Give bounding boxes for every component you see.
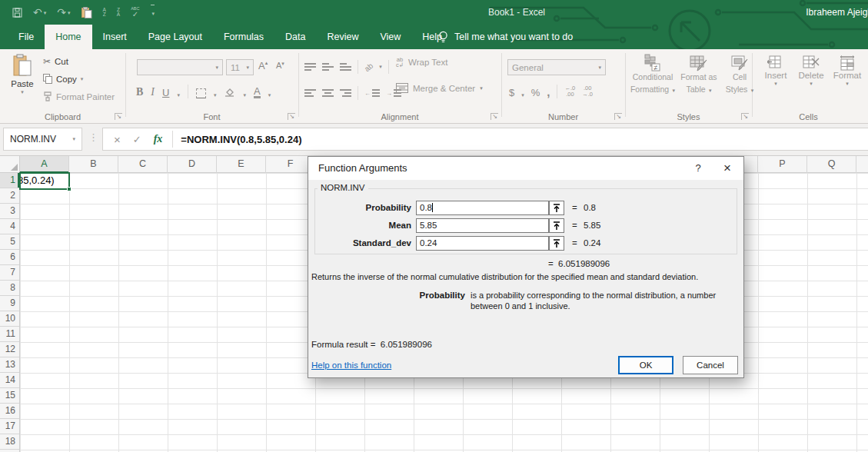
row-header-12[interactable]: 12 — [0, 342, 19, 357]
probability-collapse-button[interactable] — [549, 201, 564, 215]
accounting-chevron-icon[interactable]: ▾ — [521, 92, 524, 98]
align-right-button[interactable] — [340, 89, 351, 97]
save-icon[interactable] — [12, 8, 22, 18]
sort-za-button[interactable]: ZA — [117, 8, 120, 17]
formula-bar-splitter[interactable]: ⋮ — [88, 131, 98, 143]
row-header-6[interactable]: 6 — [0, 250, 19, 265]
row-header-8[interactable]: 8 — [0, 281, 19, 296]
column-header-Q[interactable]: Q — [807, 156, 856, 173]
font-color-chevron-icon[interactable]: ▾ — [268, 92, 271, 98]
comma-style-button[interactable]: , — [547, 85, 550, 98]
format-as-table-button[interactable]: Format as Table ▾ — [679, 54, 719, 95]
cell-a1[interactable]: 85,0.24) — [21, 174, 68, 188]
font-dialog-launcher[interactable]: ↘ — [288, 113, 295, 120]
formula-input-area[interactable]: × ✓ fx =NORM.INV(0.8,5.85,0.24) — [102, 128, 868, 151]
mean-input[interactable]: 5.85 — [416, 218, 549, 233]
probability-input[interactable]: 0.8 — [416, 201, 549, 215]
font-color-button[interactable]: A — [254, 86, 261, 98]
tab-review[interactable]: Review — [316, 25, 369, 49]
copy-button[interactable]: Copy ▾ — [43, 74, 83, 84]
format-cells-button[interactable]: Format ▾ — [832, 55, 863, 87]
row-header-1[interactable]: 1 — [0, 173, 19, 188]
help-on-function-link[interactable]: Help on this function — [311, 361, 391, 370]
decrease-decimal-button[interactable]: .00→.0 — [582, 85, 593, 98]
enter-entry-icon[interactable]: ✓ — [133, 134, 141, 145]
row-header-2[interactable]: 2 — [0, 188, 19, 204]
column-header-C[interactable]: C — [118, 156, 168, 173]
tab-insert[interactable]: Insert — [92, 25, 138, 49]
orientation-button[interactable]: ab — [363, 61, 375, 73]
column-header-B[interactable]: B — [69, 156, 118, 173]
customize-qat-button[interactable]: ▾ — [151, 5, 155, 20]
mean-collapse-button[interactable] — [549, 218, 564, 233]
shrink-font-button[interactable]: A▾ — [276, 61, 284, 70]
tab-page-layout[interactable]: Page Layout — [138, 25, 213, 49]
merge-center-button[interactable]: Merge & Center ▾ — [396, 83, 483, 93]
formula-text[interactable]: =NORM.INV(0.8,5.85,0.24) — [181, 134, 301, 145]
ok-button[interactable]: OK — [618, 356, 673, 374]
row-header-3[interactable]: 3 — [0, 204, 19, 219]
tab-data[interactable]: Data — [274, 25, 316, 49]
top-align-button[interactable] — [304, 63, 316, 71]
percent-style-button[interactable]: % — [531, 87, 540, 98]
fill-color-icon[interactable] — [224, 87, 235, 98]
cancel-button[interactable]: Cancel — [683, 356, 738, 374]
number-dialog-launcher[interactable]: ↘ — [614, 113, 622, 120]
styles-dialog-launcher[interactable]: ↘ — [741, 113, 749, 120]
insert-function-icon[interactable]: fx — [154, 133, 163, 145]
increase-decimal-button[interactable]: ←.0.00 — [564, 85, 575, 98]
row-header-13[interactable]: 13 — [0, 357, 19, 373]
standard-dev-input[interactable]: 0.24 — [416, 236, 549, 251]
borders-chevron-icon[interactable]: ▾ — [214, 92, 217, 98]
row-header-7[interactable]: 7 — [0, 265, 19, 281]
row-header-17[interactable]: 17 — [0, 419, 19, 434]
name-box[interactable]: NORM.INV ▾ — [3, 128, 82, 151]
number-format-combobox[interactable]: General▾ — [507, 59, 606, 75]
tab-home[interactable]: Home — [45, 25, 91, 49]
underline-chevron-icon[interactable]: ▾ — [177, 92, 180, 98]
spelling-button[interactable]: ABC✓ — [131, 7, 139, 18]
conditional-formatting-button[interactable]: ≠ Conditional Formatting ▾ — [631, 54, 674, 95]
row-header-16[interactable]: 16 — [0, 404, 19, 419]
column-header-A[interactable]: A — [20, 156, 69, 173]
column-header-P[interactable]: P — [758, 156, 807, 173]
tab-formulas[interactable]: Formulas — [213, 25, 274, 49]
alignment-dialog-launcher[interactable]: ↘ — [491, 113, 498, 120]
row-header-10[interactable]: 10 — [0, 311, 19, 327]
accounting-format-button[interactable]: $ — [509, 87, 514, 98]
borders-button[interactable] — [196, 88, 206, 98]
insert-cells-button[interactable]: Insert ▾ — [761, 55, 790, 87]
align-left-button[interactable] — [304, 89, 316, 97]
row-header-14[interactable]: 14 — [0, 373, 19, 388]
select-all-corner[interactable] — [0, 156, 20, 173]
row-header-9[interactable]: 9 — [0, 296, 19, 311]
cut-button[interactable]: ✂ Cut — [43, 56, 68, 67]
row-header-4[interactable]: 4 — [0, 219, 19, 234]
column-header-E[interactable]: E — [217, 156, 266, 173]
sort-az-button[interactable]: AZ — [103, 8, 106, 17]
row-header-18[interactable]: 18 — [0, 434, 19, 450]
italic-button[interactable]: I — [151, 86, 155, 98]
paste-button[interactable]: Paste ▾ — [6, 54, 38, 95]
decrease-indent-button[interactable]: ← — [364, 89, 380, 97]
undo-button[interactable]: ↶▾ — [33, 5, 46, 19]
dialog-help-button[interactable]: ? — [685, 157, 711, 180]
tab-view[interactable]: View — [369, 25, 411, 49]
tell-me-search[interactable]: Tell me what you want to do — [438, 25, 573, 49]
standard-dev-collapse-button[interactable] — [549, 236, 564, 251]
column-header-D[interactable]: D — [168, 156, 217, 173]
tab-file[interactable]: File — [8, 25, 45, 49]
cell-styles-button[interactable]: Cell Styles ▾ — [723, 54, 756, 95]
dialog-title-bar[interactable]: Function Arguments ? × — [308, 157, 743, 180]
row-header-15[interactable]: 15 — [0, 388, 19, 404]
row-header-5[interactable]: 5 — [0, 234, 19, 250]
row-header-11[interactable]: 11 — [0, 327, 19, 342]
grow-font-button[interactable]: A▴ — [258, 60, 268, 71]
middle-align-button[interactable] — [322, 63, 334, 71]
fill-color-chevron-icon[interactable]: ▾ — [243, 92, 246, 98]
underline-button[interactable]: U — [162, 87, 169, 98]
cancel-entry-icon[interactable]: × — [114, 133, 121, 146]
format-painter-button[interactable]: Format Painter — [43, 91, 115, 101]
wrap-text-button[interactable]: abc↲ Wrap Text — [396, 57, 447, 68]
fill-handle[interactable] — [67, 187, 72, 191]
